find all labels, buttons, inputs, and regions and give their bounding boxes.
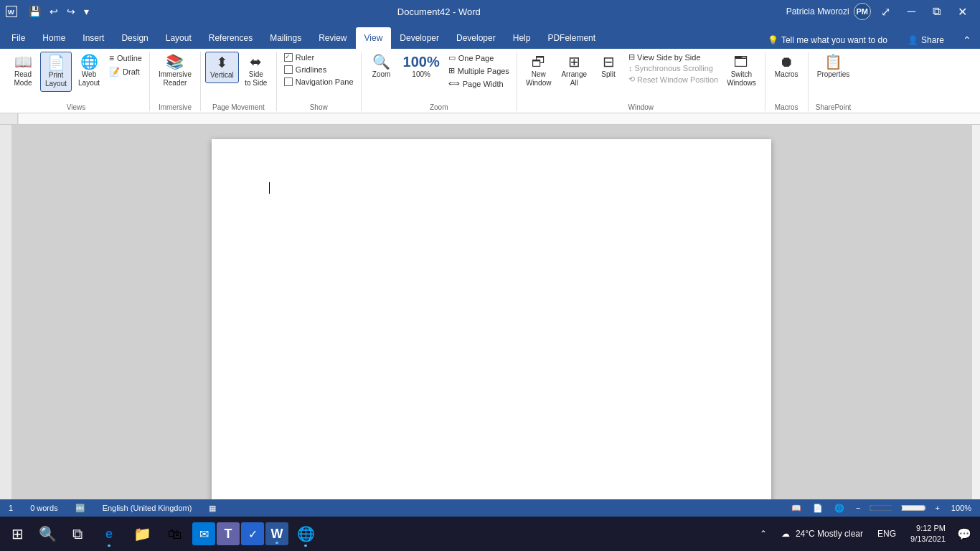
vertical-scrollbar[interactable] — [971, 125, 980, 499]
macros-btn[interactable]: ⏺ Macros — [771, 52, 803, 82]
customize-qat-btn[interactable]: ▾ — [81, 4, 92, 19]
document-area[interactable] — [11, 125, 971, 499]
taskbar-chrome[interactable]: 🌐 — [290, 519, 321, 548]
draft-btn[interactable]: 📝 Draft — [106, 65, 145, 78]
immersive-reader-btn[interactable]: 📚 ImmersiveReader — [154, 52, 196, 90]
split-icon: ⊟ — [603, 55, 615, 69]
task-view-btn[interactable]: ⧉ — [63, 519, 92, 548]
ribbon-display-options[interactable]: ⤢ — [874, 2, 897, 22]
tab-layout[interactable]: Layout — [157, 27, 200, 49]
read-mode-btn[interactable]: 📖 ReadMode — [7, 52, 39, 90]
side-to-side-btn[interactable]: ⬌ Sideto Side — [240, 52, 272, 90]
document-page[interactable] — [212, 139, 771, 499]
tab-file[interactable]: File — [3, 27, 34, 49]
print-layout-status-btn[interactable]: 📄 — [810, 504, 826, 513]
tab-developer2[interactable]: Developer — [448, 27, 504, 49]
keyboard-layout[interactable]: ENG — [872, 529, 902, 539]
tell-me-box[interactable]: 💡 Tell me what you want to do — [760, 32, 895, 48]
word-count-status[interactable]: 0 words — [27, 504, 61, 512]
page-width-btn[interactable]: ⟺ Page Width — [446, 77, 512, 90]
one-page-btn[interactable]: ▭ One Page — [446, 52, 512, 64]
read-mode-icon: 📖 — [14, 55, 32, 69]
zoom-slider[interactable] — [869, 502, 926, 514]
view-side-by-side-btn[interactable]: ⊟ View Side by Side — [626, 52, 721, 62]
arrange-all-btn[interactable]: ⊞ ArrangeAll — [557, 52, 591, 90]
column-indicator[interactable]: ▦ — [206, 504, 219, 513]
taskbar-store[interactable]: 🛍 — [159, 519, 191, 548]
search-btn[interactable]: 🔍 — [33, 519, 62, 548]
weather-tray[interactable]: ☁ 24°C Mostly clear — [776, 529, 869, 539]
outline-label: Outline — [117, 54, 142, 62]
read-mode-status-btn[interactable]: 📖 — [788, 504, 804, 513]
immersive-group-label: Immersive — [154, 102, 196, 111]
zoom-100-btn[interactable]: 100% 100% — [399, 52, 444, 82]
page-width-label: Page Width — [463, 80, 504, 88]
keyboard-layout-label: ENG — [877, 529, 896, 539]
taskbar-mail[interactable]: ✉ — [192, 522, 215, 545]
start-btn[interactable]: ⊞ — [3, 519, 32, 548]
tab-review[interactable]: Review — [310, 27, 355, 49]
taskbar-right: ⌃ ☁ 24°C Mostly clear ENG 9:12 PM 9/13/2… — [754, 523, 977, 545]
tab-design[interactable]: Design — [113, 27, 156, 49]
page-movement-group-label: Page Movement — [205, 102, 272, 111]
tab-insert[interactable]: Insert — [74, 27, 113, 49]
ruler-corner — [0, 113, 18, 125]
ruler-h-svg — [18, 113, 980, 125]
taskbar-word[interactable]: W — [265, 522, 288, 545]
vertical-btn[interactable]: ⬍ Vertical — [205, 52, 239, 83]
zoom-btn[interactable]: 🔍 Zoom — [366, 52, 397, 82]
web-layout-btn[interactable]: 🌐 WebLayout — [73, 52, 105, 90]
close-btn[interactable]: ✕ — [951, 2, 974, 22]
navigation-pane-checkbox-btn[interactable]: Navigation Pane — [281, 76, 357, 88]
multiple-pages-label: Multiple Pages — [458, 67, 509, 75]
zoom-100-icon: 100% — [403, 55, 440, 69]
spell-check-icon[interactable]: 🔤 — [72, 504, 88, 513]
ribbon-group-window: 🗗 NewWindow ⊞ ArrangeAll ⊟ Split ⊟ View … — [517, 52, 765, 111]
taskbar-todo[interactable]: ✓ — [241, 522, 264, 545]
outline-btn[interactable]: ≡ Outline — [106, 52, 145, 65]
undo-qat-btn[interactable]: ↩ — [47, 4, 61, 19]
gridlines-checkbox-btn[interactable]: Gridlines — [281, 64, 357, 75]
page-info-status[interactable]: 1 — [6, 504, 16, 512]
notification-btn[interactable]: 💬 — [954, 524, 974, 544]
taskbar-teams[interactable]: T — [217, 522, 240, 545]
zoom-in-btn[interactable]: + — [932, 504, 942, 512]
web-layout-status-btn[interactable]: 🌐 — [831, 504, 847, 513]
split-btn[interactable]: ⊟ Split — [593, 52, 624, 82]
statusbar: 1 0 words 🔤 English (United Kingdom) ▦ 📖… — [0, 499, 980, 517]
switch-windows-btn[interactable]: 🗔 SwitchWindows — [722, 52, 760, 90]
immersive-reader-icon: 📚 — [166, 55, 184, 69]
redo-qat-btn[interactable]: ↪ — [64, 4, 78, 19]
language-status[interactable]: English (United Kingdom) — [100, 504, 195, 512]
zoom-percent-status[interactable]: 100% — [948, 504, 974, 512]
new-window-ribbon-btn[interactable]: 🗗 NewWindow — [522, 52, 556, 90]
tab-references[interactable]: References — [200, 27, 261, 49]
collapse-ribbon-btn[interactable]: ⌃ — [957, 32, 977, 49]
properties-btn[interactable]: 📋 Properties — [813, 52, 854, 82]
show-hidden-icons[interactable]: ⌃ — [754, 529, 773, 539]
share-button[interactable]: 👤 Share — [900, 32, 951, 48]
zoom-group-label: Zoom — [366, 102, 512, 111]
tab-mailings[interactable]: Mailings — [261, 27, 310, 49]
multiple-pages-icon: ⊞ — [448, 66, 455, 75]
minimize-btn[interactable]: ─ — [900, 2, 923, 21]
ruler-checkbox-btn[interactable]: Ruler — [281, 52, 357, 63]
text-cursor — [269, 182, 270, 194]
print-layout-btn[interactable]: 📄 PrintLayout — [40, 52, 72, 92]
taskbar-file-explorer[interactable]: 📁 — [126, 519, 158, 548]
window-group-content: 🗗 NewWindow ⊞ ArrangeAll ⊟ Split ⊟ View … — [522, 52, 760, 102]
system-clock[interactable]: 9:12 PM 9/13/2021 — [905, 523, 951, 545]
tab-developer[interactable]: Developer — [391, 27, 448, 49]
zoom-out-btn[interactable]: − — [853, 504, 863, 512]
save-qat-btn[interactable]: 💾 — [26, 4, 44, 19]
multiple-pages-btn[interactable]: ⊞ Multiple Pages — [446, 65, 512, 77]
tab-view[interactable]: View — [356, 27, 392, 49]
immersive-group-content: 📚 ImmersiveReader — [154, 52, 196, 102]
tab-home[interactable]: Home — [34, 27, 74, 49]
ribbon-group-page-movement: ⬍ Vertical ⬌ Sideto Side Page Movement — [201, 52, 277, 111]
user-avatar[interactable]: PM — [854, 3, 871, 20]
tab-pdfelement[interactable]: PDFelement — [539, 27, 604, 49]
taskbar-edge[interactable]: e — [93, 519, 125, 548]
tab-help[interactable]: Help — [504, 27, 540, 49]
restore-btn[interactable]: ⧉ — [925, 2, 948, 21]
